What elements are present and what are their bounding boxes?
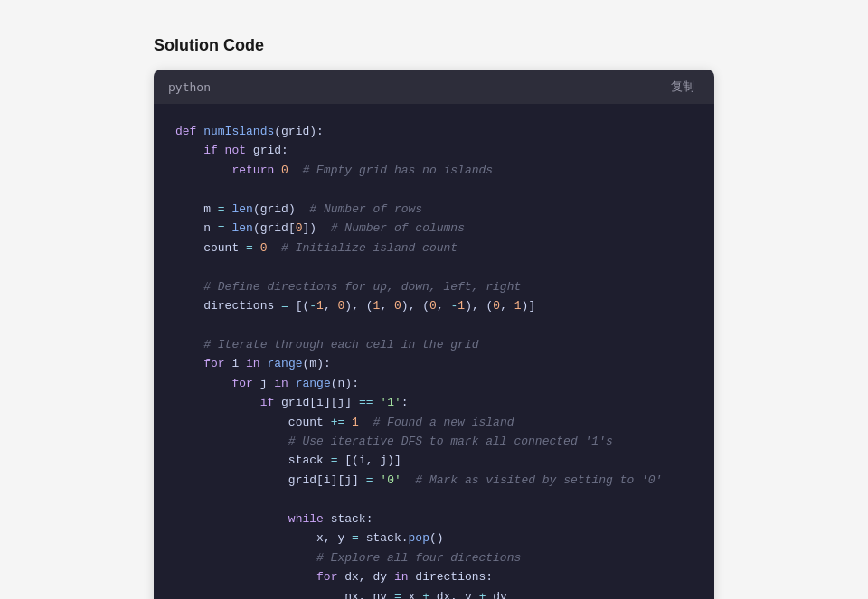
code-block: def numIslands(grid): if not grid: retur… bbox=[175, 122, 693, 599]
code-header: python 复制 bbox=[154, 70, 714, 104]
section-title: Solution Code bbox=[154, 36, 868, 55]
copy-button[interactable]: 复制 bbox=[665, 77, 700, 97]
code-body: def numIslands(grid): if not grid: retur… bbox=[154, 104, 714, 599]
page-container: Solution Code python 复制 def numIslands(g… bbox=[0, 18, 868, 599]
code-lang-label: python bbox=[168, 80, 211, 94]
code-wrapper: python 复制 def numIslands(grid): if not g… bbox=[154, 70, 714, 599]
